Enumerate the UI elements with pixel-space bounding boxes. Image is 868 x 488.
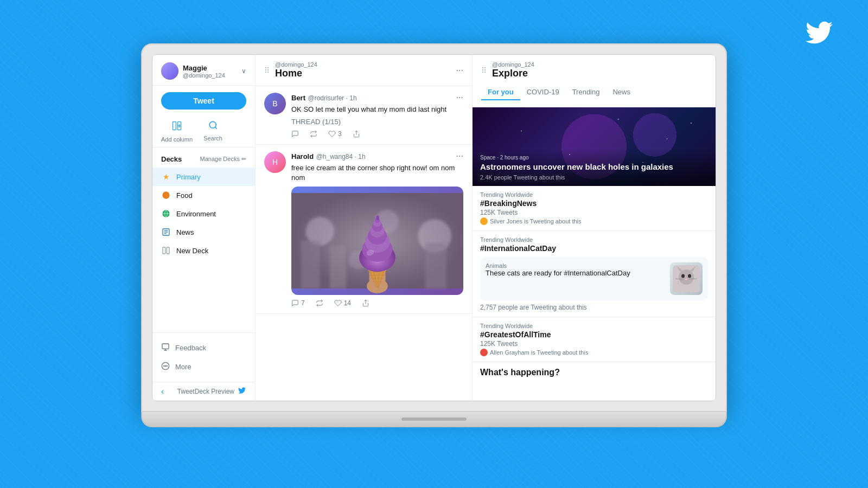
like-action[interactable]: 3 <box>328 130 342 138</box>
user-dot-icon <box>480 349 488 356</box>
more-icon <box>161 362 170 372</box>
tweet-actions: 7 14 <box>291 299 463 307</box>
add-column-action[interactable]: Add column <box>161 120 193 143</box>
sidebar-actions: Add column Search <box>152 116 255 147</box>
svg-rect-28 <box>425 243 447 288</box>
tweet-avatar-bert: B <box>264 93 286 114</box>
svg-rect-12 <box>163 247 165 254</box>
column-more-button[interactable]: ··· <box>456 66 463 75</box>
more-label: More <box>175 363 192 371</box>
home-column: ⠿ @domingo_124 Home ··· B Be <box>256 55 473 401</box>
newspaper-icon <box>161 227 171 237</box>
tab-covid19[interactable]: COVID-19 <box>520 85 566 100</box>
cat-card-text: Animals These cats are ready for #Intern… <box>486 262 665 295</box>
add-column-icon <box>171 120 182 134</box>
laptop-screen-frame: Maggie @domingo_124 ∨ Tweet <box>141 43 727 412</box>
deck-item-new[interactable]: New Deck <box>152 241 255 260</box>
deck-item-primary[interactable]: ★ Primary <box>152 168 255 186</box>
deck-item-environment[interactable]: Environment <box>152 204 255 223</box>
column-title: Home <box>275 68 317 79</box>
reply-action[interactable]: 7 <box>291 299 305 307</box>
avatar <box>161 62 178 80</box>
tab-for-you[interactable]: For you <box>481 85 520 100</box>
tab-trending[interactable]: Trending <box>566 85 607 100</box>
trending-item-breaking[interactable]: Trending Worldwide #BreakingNews 125K Tw… <box>473 186 716 231</box>
svg-rect-0 <box>173 122 176 130</box>
user-dot-icon <box>480 217 488 225</box>
globe-icon <box>161 209 171 219</box>
feedback-icon <box>161 343 170 353</box>
username: Maggie <box>183 64 225 72</box>
deck-label-food: Food <box>176 191 193 200</box>
avatar-image <box>161 62 178 80</box>
tweet-text: OK SO let me tell you what my mom did la… <box>291 105 463 114</box>
tweet-header: Harold @h_wang84 · 1h ··· <box>291 151 463 161</box>
twitter-bird-small <box>238 387 246 396</box>
tab-news[interactable]: News <box>606 85 637 100</box>
trending-tag: #BreakingNews <box>480 199 708 208</box>
search-icon <box>208 120 218 133</box>
decks-header: Decks Manage Decks ✏ <box>152 153 255 168</box>
deck-item-food[interactable]: Food <box>152 186 255 204</box>
explore-title: Explore <box>492 68 534 79</box>
cat-category: Animals <box>486 262 665 269</box>
tweet-handle-time: @rodrisurfer · 1h <box>308 94 356 102</box>
user-names: Maggie @domingo_124 <box>183 64 225 79</box>
svg-point-55 <box>688 274 691 278</box>
manage-decks-link[interactable]: Manage Decks ✏ <box>200 156 246 163</box>
explore-column: ⠿ @domingo_124 Explore For you COVID-19 … <box>473 55 716 401</box>
deck-item-news[interactable]: News <box>152 223 255 241</box>
add-column-label: Add column <box>161 136 193 143</box>
chevron-down-icon[interactable]: ∨ <box>241 67 246 75</box>
trending-tag-catday: #InternationalCatDay <box>480 244 708 253</box>
edit-icon: ✏ <box>241 156 246 162</box>
trending-label: Trending Worldwide <box>480 236 708 243</box>
featured-count: 2.4K people Tweeting about this <box>480 174 708 181</box>
svg-rect-26 <box>301 241 320 288</box>
food-icon <box>161 190 171 200</box>
deck-label-new: New Deck <box>176 247 208 255</box>
explore-account-handle: @domingo_124 <box>492 61 534 68</box>
column-drag-handle[interactable]: ⠿ <box>264 66 270 75</box>
svg-rect-14 <box>162 344 169 349</box>
featured-news[interactable]: Space · 2 hours ago Astronomers uncover … <box>473 107 716 186</box>
trending-count: 125K Tweets <box>480 209 708 216</box>
cat-card: Animals These cats are ready for #Intern… <box>480 257 708 300</box>
svg-point-51 <box>679 269 694 285</box>
reply-action[interactable] <box>291 130 299 138</box>
tweet-more-button[interactable]: ··· <box>456 93 463 102</box>
trending-label: Trending Worldwide <box>480 191 708 198</box>
app-screen: Maggie @domingo_124 ∨ Tweet <box>152 54 716 401</box>
svg-point-20 <box>167 365 167 366</box>
trending-item-catday[interactable]: Trending Worldwide #InternationalCatDay … <box>473 231 716 317</box>
back-button[interactable]: ‹ <box>161 387 164 396</box>
tweet-more-button[interactable]: ··· <box>456 151 463 161</box>
tweet-button[interactable]: Tweet <box>161 92 246 110</box>
trending-item-goat[interactable]: Trending Worldwide #GreatestOfAllTime 12… <box>473 317 716 362</box>
tweet-header: Bert @rodrisurfer · 1h ··· <box>291 93 463 102</box>
feedback-item[interactable]: Feedback <box>152 338 255 357</box>
like-action[interactable]: 14 <box>334 299 351 307</box>
retweet-action[interactable] <box>316 299 323 307</box>
share-action[interactable] <box>353 130 360 138</box>
user-info: Maggie @domingo_124 <box>161 62 225 80</box>
search-action[interactable]: Search <box>203 120 222 143</box>
trending-user: Silver Jones is Tweeting about this <box>480 217 708 225</box>
star-icon: ★ <box>161 172 171 182</box>
trending-label: Trending Worldwide <box>480 323 708 329</box>
sidebar-header: Maggie @domingo_124 ∨ <box>152 55 255 86</box>
explore-header: ⠿ @domingo_124 Explore For you COVID-19 … <box>473 55 716 107</box>
sidebar-footer: Feedback More <box>152 332 255 382</box>
explore-drag-handle[interactable]: ⠿ <box>481 66 487 75</box>
retweet-action[interactable] <box>310 130 317 138</box>
share-action[interactable] <box>362 299 369 307</box>
svg-point-19 <box>165 365 165 366</box>
svg-point-4 <box>209 121 216 128</box>
explore-top: ⠿ @domingo_124 Explore <box>481 61 707 79</box>
tweet-actions: 3 <box>291 130 463 138</box>
sidebar: Maggie @domingo_124 ∨ Tweet <box>152 55 256 401</box>
cat-image <box>670 262 703 295</box>
svg-point-48 <box>376 215 379 220</box>
more-item[interactable]: More <box>152 357 255 376</box>
svg-point-54 <box>681 274 685 278</box>
